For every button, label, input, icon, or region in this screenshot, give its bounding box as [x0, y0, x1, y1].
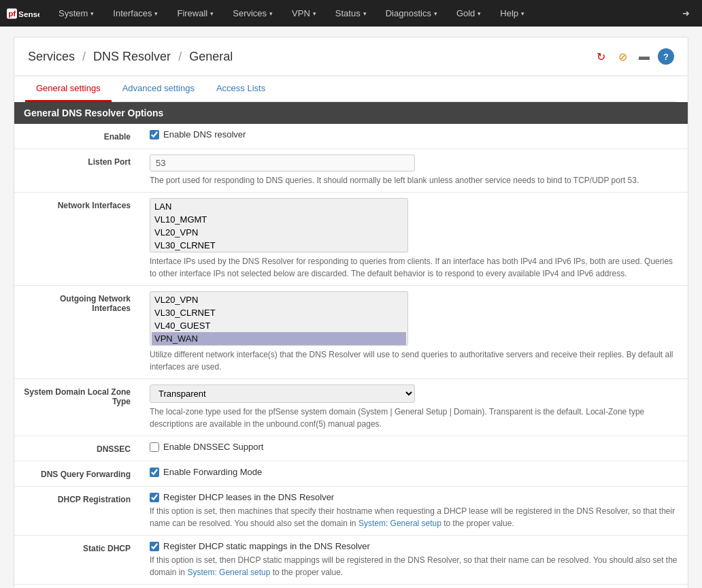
system-domain-zone-label: System Domain Local Zone Type: [14, 379, 140, 436]
custom-options-cell: Custom options Show custom options: [140, 585, 688, 589]
tabs-container: General settings Advanced settings Acces…: [14, 76, 688, 102]
tab-access-lists[interactable]: Access Lists: [205, 76, 276, 102]
navbar: pf Sense System▾ Interfaces▾ Firewall▾ S…: [0, 0, 702, 27]
dns-query-forwarding-checkbox-row: Enable Forwarding Mode: [150, 467, 678, 477]
list-icon[interactable]: ▬: [636, 48, 652, 65]
chevron-down-icon: ▾: [269, 10, 273, 17]
list-item: VL40_GUEST: [152, 319, 406, 332]
nav-item-gold[interactable]: Gold▾: [447, 0, 490, 27]
breadcrumb-sep1: /: [82, 50, 86, 63]
dhcp-registration-checkbox-label: Register DHCP leases in the DNS Resolver: [163, 492, 334, 502]
breadcrumb-general: General: [189, 50, 233, 63]
network-interfaces-cell: LAN VL10_MGMT VL20_VPN VL30_CLRNET Inter…: [140, 193, 688, 286]
network-interfaces-desc: Interface IPs used by the DNS Resolver f…: [150, 255, 678, 280]
tab-general-settings[interactable]: General settings: [25, 76, 112, 102]
outgoing-interfaces-listbox[interactable]: VL20_VPN VL30_CLRNET VL40_GUEST VPN_WAN: [150, 291, 408, 346]
network-interfaces-listbox[interactable]: LAN VL10_MGMT VL20_VPN VL30_CLRNET: [150, 198, 408, 252]
dnssec-checkbox[interactable]: [150, 442, 159, 452]
nav-item-vpn[interactable]: VPN▾: [282, 0, 326, 27]
listen-port-desc: The port used for responding to DNS quer…: [150, 174, 678, 186]
outgoing-interfaces-cell: VL20_VPN VL30_CLRNET VL40_GUEST VPN_WAN …: [140, 286, 688, 379]
form-table: Enable Enable DNS resolver Listen Port T…: [14, 124, 688, 588]
listen-port-cell: The port used for responding to DNS quer…: [140, 149, 688, 193]
custom-options-label: Custom options: [14, 585, 140, 589]
list-item: VL30_CLRNET: [152, 306, 406, 319]
outgoing-interfaces-label: Outgoing Network Interfaces: [14, 286, 140, 379]
list-item: VL10_MGMT: [152, 213, 406, 226]
dhcp-registration-cell: Register DHCP leases in the DNS Resolver…: [140, 487, 688, 536]
dnssec-checkbox-label: Enable DNSSEC Support: [163, 442, 263, 452]
network-interfaces-label: Network Interfaces: [14, 193, 140, 286]
listen-port-input[interactable]: [150, 154, 415, 172]
static-dhcp-cell: Register DHCP static mappings in the DNS…: [140, 536, 688, 585]
section-header: General DNS Resolver Options: [14, 102, 688, 124]
dnssec-checkbox-row: Enable DNSSEC Support: [150, 442, 678, 452]
dns-query-forwarding-checkbox[interactable]: [150, 468, 159, 477]
dns-query-forwarding-checkbox-label: Enable Forwarding Mode: [163, 467, 262, 477]
dhcp-registration-label: DHCP Registration: [14, 487, 140, 536]
row-network-interfaces: Network Interfaces LAN VL10_MGMT VL20_VP…: [14, 193, 688, 286]
nav-item-status[interactable]: Status▾: [326, 0, 376, 27]
dhcp-registration-checkbox-row: Register DHCP leases in the DNS Resolver: [150, 492, 678, 502]
nav-item-services[interactable]: Services▾: [223, 0, 282, 27]
static-dhcp-checkbox-label: Register DHCP static mappings in the DNS…: [163, 541, 370, 551]
dnssec-label: DNSSEC: [14, 436, 140, 461]
brand-logo[interactable]: pf Sense: [7, 3, 42, 24]
nav-item-system[interactable]: System▾: [49, 0, 103, 27]
chevron-down-icon: ▾: [434, 10, 437, 17]
static-dhcp-checkbox[interactable]: [150, 542, 159, 551]
system-domain-zone-cell: Transparent Static Typetransparent Redir…: [140, 379, 688, 436]
list-item: VL20_VPN: [152, 293, 406, 306]
nav-logout-icon[interactable]: ➜: [677, 8, 695, 18]
breadcrumb: Services / DNS Resolver / General: [28, 50, 233, 64]
nav-items: System▾ Interfaces▾ Firewall▾ Services▾ …: [49, 0, 677, 27]
list-item: VL20_VPN: [152, 226, 406, 239]
svg-text:Sense: Sense: [18, 9, 39, 18]
nav-item-interfaces[interactable]: Interfaces▾: [103, 0, 167, 27]
outgoing-interfaces-listbox-container: VL20_VPN VL30_CLRNET VL40_GUEST VPN_WAN: [150, 291, 408, 346]
row-system-domain-zone: System Domain Local Zone Type Transparen…: [14, 379, 688, 436]
enable-checkbox[interactable]: [150, 130, 159, 140]
chevron-down-icon: ▾: [313, 10, 316, 17]
network-interfaces-listbox-container: LAN VL10_MGMT VL20_VPN VL30_CLRNET: [150, 198, 408, 252]
dhcp-registration-desc: If this option is set, then machines tha…: [150, 505, 678, 529]
row-dhcp-registration: DHCP Registration Register DHCP leases i…: [14, 487, 688, 536]
dhcp-registration-checkbox[interactable]: [150, 493, 159, 502]
row-outgoing-interfaces: Outgoing Network Interfaces VL20_VPN VL3…: [14, 286, 688, 379]
chevron-down-icon: ▾: [521, 10, 524, 17]
breadcrumb-dns-resolver[interactable]: DNS Resolver: [93, 50, 171, 63]
listen-port-label: Listen Port: [14, 149, 140, 193]
static-dhcp-link[interactable]: System: General setup: [187, 568, 270, 577]
static-dhcp-desc: If this option is set, then DHCP static …: [150, 554, 678, 578]
row-listen-port: Listen Port The port used for responding…: [14, 149, 688, 193]
tabs: General settings Advanced settings Acces…: [25, 76, 677, 102]
chevron-down-icon: ▾: [478, 10, 481, 17]
list-item: LAN: [152, 200, 406, 213]
static-dhcp-checkbox-row: Register DHCP static mappings in the DNS…: [150, 541, 678, 551]
system-domain-zone-select[interactable]: Transparent Static Typetransparent Redir…: [150, 385, 415, 403]
chevron-down-icon: ▾: [90, 10, 94, 17]
header-icons: ↻ ⊘ ▬ ?: [592, 48, 674, 65]
nav-item-firewall[interactable]: Firewall▾: [167, 0, 223, 27]
help-icon[interactable]: ?: [658, 48, 674, 65]
dns-query-forwarding-cell: Enable Forwarding Mode: [140, 461, 688, 487]
tab-advanced-settings[interactable]: Advanced settings: [112, 76, 205, 102]
enable-checkbox-row: Enable DNS resolver: [150, 129, 678, 140]
nav-item-diagnostics[interactable]: Diagnostics▾: [376, 0, 447, 27]
main-content: General DNS Resolver Options Enable Enab…: [14, 102, 688, 588]
dhcp-registration-link[interactable]: System: General setup: [358, 519, 441, 528]
enable-cell: Enable DNS resolver: [140, 124, 688, 149]
enable-label: Enable: [14, 124, 140, 149]
reload-icon[interactable]: ↻: [592, 48, 609, 65]
stop-icon[interactable]: ⊘: [614, 48, 631, 65]
dnssec-cell: Enable DNSSEC Support: [140, 436, 688, 461]
list-item: VL30_CLRNET: [152, 239, 406, 252]
nav-item-help[interactable]: Help▾: [490, 0, 534, 27]
breadcrumb-services[interactable]: Services: [28, 50, 75, 63]
row-static-dhcp: Static DHCP Register DHCP static mapping…: [14, 536, 688, 585]
enable-checkbox-label: Enable DNS resolver: [163, 129, 246, 140]
list-item: VPN_WAN: [152, 332, 406, 345]
row-dns-query-forwarding: DNS Query Forwarding Enable Forwarding M…: [14, 461, 688, 487]
svg-text:pf: pf: [8, 9, 16, 18]
chevron-down-icon: ▾: [210, 10, 214, 17]
